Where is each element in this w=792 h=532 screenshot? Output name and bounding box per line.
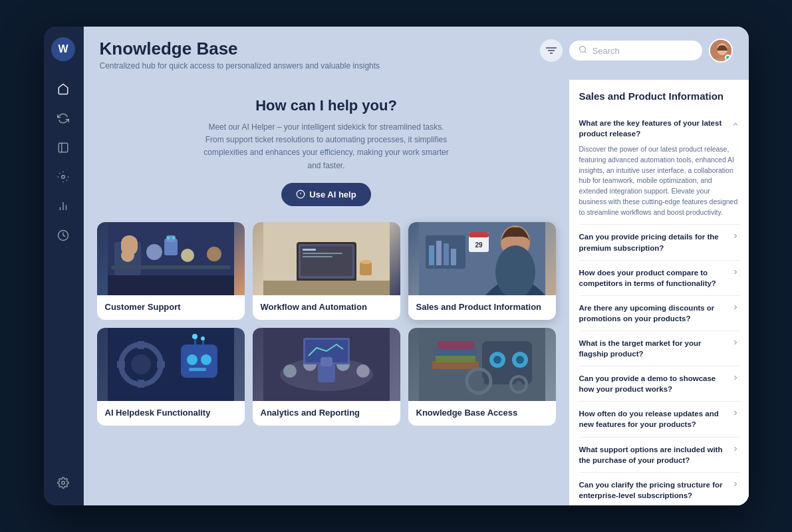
svg-rect-74 [202,340,204,346]
page-subtitle: Centralized hub for quick access to pers… [100,61,380,70]
search-bar [569,41,702,61]
svg-point-78 [283,364,297,378]
sidebar-logo[interactable]: W [51,37,75,61]
svg-rect-53 [436,241,442,265]
sidebar-nav-6[interactable] [51,223,75,247]
avatar-online-dot [725,55,731,61]
sidebar-nav-1[interactable] [51,77,75,101]
faq-item-7[interactable]: What support options are included with t… [579,438,739,473]
faq-item-0[interactable]: What are the key features of your latest… [579,111,739,225]
svg-point-47 [360,260,372,264]
sidebar-nav-3[interactable] [51,136,75,160]
faq-question-5: Can you provide a demo to showcase how y… [579,373,739,394]
left-panel: How can I help you? Meet our AI Helper –… [84,80,569,505]
card-knowledge[interactable]: Knowledge Base Access [408,328,556,426]
content-area: How can I help you? Meet our AI Helper –… [84,80,749,505]
faq-chevron-6 [731,409,739,419]
svg-line-6 [66,180,67,181]
ai-help-button[interactable]: Use AI help [281,183,370,206]
sidebar-nav-4[interactable] [51,165,75,189]
faq-chevron-8 [731,480,739,490]
search-input[interactable] [593,46,693,56]
svg-rect-52 [429,245,434,265]
faq-question-text-1: Can you provide pricing details for the … [579,231,726,253]
svg-rect-54 [444,243,449,265]
ai-help-label: Use AI help [309,190,356,200]
svg-point-29 [121,249,134,262]
faq-question-text-2: How does your product compare to competi… [579,267,726,289]
card-img-customer-support [97,222,245,295]
faq-question-2: How does your product compare to competi… [579,267,739,289]
card-analytics[interactable]: Analytics and Reporting [253,328,400,426]
faq-chevron-2 [731,268,739,278]
faq-answer-0: Discover the power of our latest product… [579,144,739,217]
faq-item-8[interactable]: Can you clarify the pricing structure fo… [579,473,739,505]
svg-rect-68 [181,344,217,378]
svg-rect-44 [303,256,332,257]
faq-chevron-7 [731,445,739,455]
card-sales[interactable]: 29 Sales and Product Information [408,222,556,320]
card-img-knowledge [408,328,556,401]
cards-grid: Customer Support [97,222,556,426]
faq-item-1[interactable]: Can you provide pricing details for the … [579,225,739,260]
svg-rect-91 [438,341,474,349]
svg-rect-37 [108,275,234,295]
svg-rect-0 [59,143,68,152]
svg-rect-55 [451,249,456,265]
svg-point-82 [356,364,370,378]
card-img-analytics [253,328,400,401]
faq-item-5[interactable]: Can you provide a demo to showcase how y… [579,366,739,402]
faq-question-text-4: What is the target market for your flags… [579,338,726,359]
svg-point-35 [167,237,170,239]
svg-rect-48 [263,281,390,295]
svg-rect-43 [303,253,342,254]
faq-question-text-0: What are the key features of your latest… [579,118,726,139]
faq-question-7: What support options are included with t… [579,444,739,466]
faq-question-3: Are there any upcoming discounts or prom… [579,303,739,324]
card-ai-helpdesk[interactable]: AI Helpdesk Functionality [97,328,245,426]
sidebar-nav-2[interactable] [51,106,75,130]
header-right [540,39,733,63]
sidebar-settings[interactable] [51,471,75,495]
faq-question-1: Can you provide pricing details for the … [579,231,739,253]
faq-chevron-5 [731,374,739,384]
faq-item-3[interactable]: Are there any upcoming discounts or prom… [579,296,739,331]
faq-item-6[interactable]: How often do you release updates and new… [579,402,739,437]
card-workflow[interactable]: Workflow and Automation [253,222,400,320]
sidebar-nav-5[interactable] [51,194,75,218]
svg-rect-65 [138,380,144,388]
faq-list: What are the key features of your latest… [579,111,739,505]
svg-text:29: 29 [475,241,483,249]
right-panel: Sales and Product Information What are t… [569,80,749,505]
header-title-block: Knowledge Base Centralized hub for quick… [100,39,380,70]
svg-line-5 [59,173,60,174]
hero-section: How can I help you? Meet our AI Helper –… [97,86,556,219]
card-label-knowledge: Knowledge Base Access [408,401,556,426]
faq-question-0: What are the key features of your latest… [579,118,739,139]
card-label-customer-support: Customer Support [97,295,245,320]
card-customer-support[interactable]: Customer Support [97,222,245,320]
avatar[interactable] [709,39,733,63]
svg-point-32 [207,247,221,261]
card-img-workflow [253,222,400,295]
svg-point-17 [579,47,585,53]
card-label-ai-helpdesk: AI Helpdesk Functionality [97,401,245,426]
svg-rect-57 [469,232,489,237]
search-icon [579,45,587,56]
svg-rect-42 [303,249,316,251]
svg-point-30 [146,244,162,260]
card-label-analytics: Analytics and Reporting [253,401,400,426]
hero-title: How can I help you? [110,97,543,114]
hero-description: Meet our AI Helper – your intelligent si… [200,121,453,172]
svg-rect-86 [321,357,332,366]
faq-item-4[interactable]: What is the target market for your flags… [579,331,739,366]
svg-rect-71 [189,368,206,371]
svg-point-98 [473,376,484,386]
filter-button[interactable] [540,39,563,62]
svg-rect-64 [138,341,144,349]
right-panel-title: Sales and Product Information [579,90,739,102]
svg-point-36 [172,237,175,239]
faq-chevron-0 [731,118,739,128]
svg-point-69 [187,354,198,365]
faq-item-2[interactable]: How does your product compare to competi… [579,261,739,296]
